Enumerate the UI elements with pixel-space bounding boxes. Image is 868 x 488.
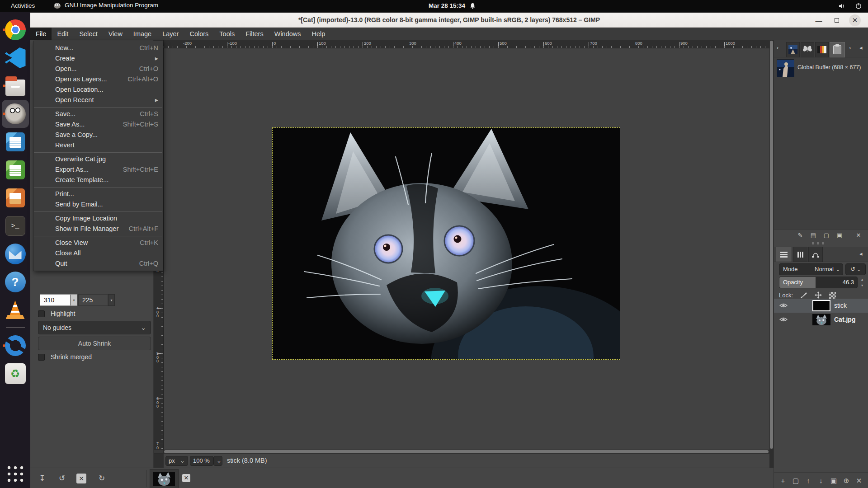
menu-view[interactable]: View <box>103 28 128 40</box>
tab-gradients[interactable] <box>815 42 829 57</box>
tab-paths[interactable] <box>808 247 823 262</box>
file-menu-item-create[interactable]: Create▸ <box>33 53 163 64</box>
lower-layer-button[interactable]: ↓ <box>816 475 826 486</box>
image-tab-close-icon[interactable]: ✕ <box>182 474 190 482</box>
zoom-select-chevron[interactable]: ⌄ <box>213 456 222 466</box>
opacity-slider[interactable]: Opacity 46.3 <box>779 277 858 288</box>
mode-switch-button[interactable]: ↺ ⌄ <box>845 263 866 275</box>
buffer-item-global[interactable]: Global Buffer (688 × 677) <box>775 58 868 77</box>
file-menu-item-save[interactable]: Save...Ctrl+S <box>33 109 163 119</box>
activities-button[interactable]: Activities <box>11 2 35 9</box>
file-menu-item-print[interactable]: Print... <box>33 189 163 199</box>
menu-image[interactable]: Image <box>128 28 157 40</box>
dock-item-apps[interactable] <box>2 460 29 488</box>
shrink-merged-checkbox[interactable] <box>38 354 45 361</box>
dock-item-files[interactable] <box>2 72 29 100</box>
file-menu-item-open-location[interactable]: Open Location... <box>33 84 163 95</box>
quick-mask-toggle[interactable] <box>154 450 164 454</box>
guides-select[interactable]: No guides ⌄ <box>38 321 151 334</box>
file-menu-item-save-a-copy[interactable]: Save a Copy... <box>33 130 163 140</box>
system-tray[interactable] <box>839 3 862 9</box>
file-menu-item-show-in-file-manager[interactable]: Show in File ManagerCtrl+Alt+F <box>33 224 163 234</box>
tab-buffers[interactable] <box>830 42 845 57</box>
file-menu-item-close-all[interactable]: Close All <box>33 248 163 258</box>
focused-app-indicator[interactable]: GNU Image Manipulation Program <box>53 2 158 9</box>
file-menu-item-open-as-layers[interactable]: Open as Layers...Ctrl+Alt+O <box>33 74 163 84</box>
file-menu-item-export-as[interactable]: Export As...Shift+Ctrl+E <box>33 164 163 175</box>
shrink-merged-option[interactable]: Shrink merged <box>38 353 92 361</box>
paste-buffer-icon[interactable]: ✎ <box>795 231 806 240</box>
minimize-button[interactable]: — <box>813 14 825 26</box>
maximize-button[interactable] <box>831 14 843 26</box>
clock-button[interactable]: Mar 28 15:34 <box>429 2 476 9</box>
position-x-input[interactable]: 310 <box>40 294 71 306</box>
window-titlebar[interactable]: *[Cat] (imported)-13.0 (RGB color 8-bit … <box>30 12 868 28</box>
layer-row-stick[interactable]: stick <box>774 299 868 313</box>
v-scrollbar[interactable] <box>769 40 774 450</box>
delete-layer-button[interactable]: ✕ <box>854 475 864 486</box>
dock-item-updater[interactable] <box>2 332 29 360</box>
dock-item-writer[interactable] <box>2 128 29 156</box>
duplicate-layer-button[interactable]: ▣ <box>828 475 839 486</box>
layer-mode-select[interactable]: Mode Normal ⌄ <box>779 263 843 275</box>
close-button[interactable]: ✕ <box>849 14 861 26</box>
tab-images[interactable] <box>786 42 800 57</box>
image-layer-boundary[interactable] <box>272 127 620 360</box>
highlight-option[interactable]: Highlight <box>38 310 75 317</box>
dock-item-gimp[interactable] <box>2 100 29 128</box>
delete-buffer-icon[interactable]: ✕ <box>853 231 864 240</box>
menu-edit[interactable]: Edit <box>52 28 74 40</box>
file-menu-item-close-view[interactable]: Close ViewCtrl+K <box>33 238 163 248</box>
tab-brushes[interactable] <box>801 42 814 57</box>
v-scrollbar-thumb[interactable] <box>770 41 773 449</box>
layers-menu-icon[interactable]: ◂ <box>859 250 863 257</box>
opacity-spinner[interactable]: ▴▾ <box>859 277 866 288</box>
new-group-button[interactable]: ▢ <box>790 475 801 486</box>
auto-shrink-button[interactable]: Auto Shrink <box>38 337 151 350</box>
lock-position-move-icon[interactable] <box>815 291 822 299</box>
visibility-eye-icon[interactable] <box>779 303 788 310</box>
dock-item-calc[interactable] <box>2 156 29 184</box>
raise-layer-button[interactable]: ↑ <box>803 475 814 486</box>
layer-row-cat[interactable]: Cat.jpg <box>774 313 868 327</box>
panel-resize-handle[interactable] <box>812 242 830 246</box>
menu-layer[interactable]: Layer <box>157 28 184 40</box>
menu-filters[interactable]: Filters <box>240 28 269 40</box>
file-menu-item-quit[interactable]: QuitCtrl+Q <box>33 258 163 269</box>
dock-item-terminal[interactable]: >_ <box>2 212 29 240</box>
delete-tool-preset-icon[interactable]: ✕ <box>76 474 86 483</box>
file-menu-item-open-recent[interactable]: Open Recent▸ <box>33 95 163 105</box>
lock-pixels-brush-icon[interactable] <box>800 291 807 299</box>
unit-select[interactable]: px ⌄ <box>165 456 188 466</box>
dock-item-impress[interactable] <box>2 184 29 212</box>
position-x-spinner[interactable]: ▾ <box>71 294 77 306</box>
restore-tool-preset-icon[interactable]: ↺ <box>57 473 67 484</box>
zoom-value[interactable]: 100 % <box>190 456 213 466</box>
h-scrollbar[interactable] <box>164 450 769 454</box>
h-scrollbar-thumb[interactable] <box>164 450 769 453</box>
image-tab[interactable] <box>150 469 179 488</box>
file-menu-item-new[interactable]: New...Ctrl+N <box>33 43 163 53</box>
file-menu-item-send-by-email[interactable]: Send by Email... <box>33 199 163 210</box>
tab-layers[interactable] <box>776 247 792 262</box>
file-menu-item-open[interactable]: Open...Ctrl+O <box>33 64 163 74</box>
dock-item-chrome[interactable] <box>2 16 29 44</box>
menu-select[interactable]: Select <box>74 28 103 40</box>
merge-layer-button[interactable]: ⊕ <box>841 475 852 486</box>
menu-colors[interactable]: Colors <box>184 28 214 40</box>
file-menu-item-copy-image-location[interactable]: Copy Image Location <box>33 213 163 224</box>
file-menu-item-create-template[interactable]: Create Template... <box>33 175 163 185</box>
paste-named-buffer-icon[interactable]: ▣ <box>834 231 845 240</box>
paste-buffer-as-new-icon[interactable]: ▢ <box>821 231 832 240</box>
save-tool-preset-icon[interactable]: ↧ <box>37 473 47 484</box>
lock-alpha-icon[interactable] <box>829 292 836 299</box>
dock-item-vscode[interactable] <box>2 44 29 72</box>
menu-windows[interactable]: Windows <box>269 28 307 40</box>
file-menu-item-revert[interactable]: Revert <box>33 140 163 150</box>
file-menu-item-save-as[interactable]: Save As...Shift+Ctrl+S <box>33 119 163 130</box>
file-menu-item-overwrite-cat-jpg[interactable]: Overwrite Cat.jpg <box>33 154 163 164</box>
dock-item-thunderbird[interactable] <box>2 240 29 268</box>
canvas-area[interactable] <box>164 48 769 450</box>
menu-tools[interactable]: Tools <box>214 28 240 40</box>
position-y-spinner[interactable]: ▾ <box>108 294 115 306</box>
